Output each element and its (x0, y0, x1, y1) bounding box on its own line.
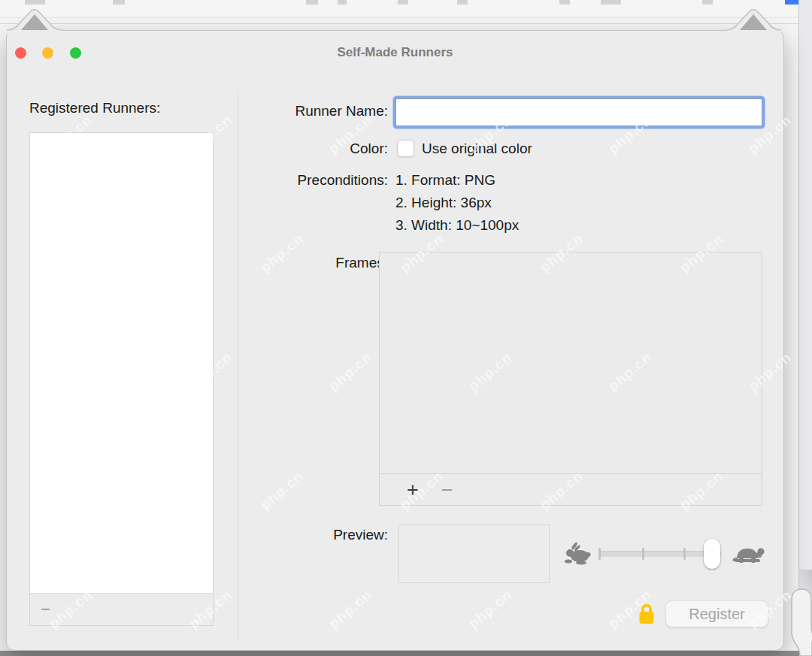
popover-arrow-left (7, 9, 62, 34)
preview-label: Preview: (82, 527, 388, 543)
background-toolbar-fragment (25, 0, 45, 5)
runner-name-label: Runner Name: (82, 103, 388, 119)
screenshot-bottom-edge (0, 651, 812, 656)
self-made-runners-popover: Self-Made Runners Registered Runners: − … (6, 30, 784, 651)
speed-slider-track[interactable] (598, 551, 721, 557)
registered-runners-list[interactable]: − (29, 132, 214, 626)
frames-items[interactable] (380, 252, 762, 474)
turtle-icon (732, 543, 768, 570)
add-frame-button[interactable]: + (407, 481, 419, 499)
background-toolbar-fragment (398, 0, 408, 5)
background-toolbar-fragment (601, 0, 621, 5)
use-original-color-label: Use original color (422, 141, 532, 157)
lock-closed-icon (638, 603, 655, 625)
color-label: Color: (82, 141, 388, 157)
background-toolbar-fragment (702, 0, 713, 5)
slider-tick (642, 548, 644, 560)
window-title: Self-Made Runners (7, 45, 783, 60)
runner-list-footer: − (30, 593, 213, 625)
background-window-edge (0, 23, 812, 24)
background-toolbar-fragment (559, 0, 570, 5)
background-toolbar-fragment (457, 0, 468, 5)
background-toolbar-fragment (113, 0, 125, 5)
background-toolbar-fragment (306, 0, 318, 5)
slider-tick (683, 548, 686, 560)
background-window-edge (0, 17, 812, 18)
speed-slider-thumb[interactable] (704, 539, 720, 569)
frames-list[interactable]: + − (379, 252, 762, 506)
cutoff-popover-shape (782, 570, 812, 656)
remove-frame-button[interactable]: − (441, 482, 453, 498)
remove-runner-button[interactable]: − (41, 602, 50, 617)
precondition-item: 2. Height: 36px (395, 195, 492, 217)
precondition-item: 1. Format: PNG (395, 172, 495, 195)
frames-footer: + − (380, 473, 762, 505)
frames-label: Frames: (82, 255, 388, 271)
precondition-item: 3. Width: 10~100px (395, 217, 519, 240)
runner-list-items[interactable] (30, 133, 213, 593)
background-toolbar-fragment-blue (785, 0, 798, 5)
runner-name-input[interactable] (395, 98, 762, 126)
background-toolbar-fragment (338, 0, 347, 5)
preconditions-label: Preconditions: (82, 172, 388, 189)
background-right-edge (798, 0, 812, 656)
register-button[interactable]: Register (665, 600, 768, 627)
preview-area (398, 524, 550, 583)
slider-tick (598, 548, 601, 560)
popover-arrow-right (726, 9, 781, 34)
rabbit-icon (563, 542, 593, 570)
use-original-color-checkbox[interactable] (397, 140, 414, 157)
